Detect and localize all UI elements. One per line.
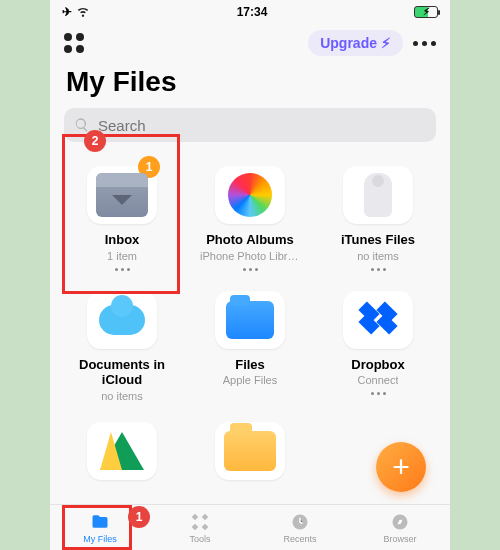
drive-icon — [100, 432, 144, 470]
topbar: Upgrade⚡︎ — [50, 24, 450, 62]
airplane-icon: ✈︎ — [62, 5, 72, 19]
tab-recents[interactable]: Recents — [250, 505, 350, 550]
wifi-icon — [76, 4, 90, 21]
folder-icon — [224, 431, 276, 471]
item-more-icon[interactable] — [371, 268, 386, 271]
apps-grid-icon[interactable] — [64, 33, 84, 53]
tab-browser[interactable]: Browser — [350, 505, 450, 550]
folder-grid: 1 Inbox 1 item Photo Albums iPhone Photo… — [50, 154, 450, 492]
item-more-icon[interactable] — [115, 268, 130, 271]
app-screen: ✈︎ 17:34 ⚡︎ Upgrade⚡︎ My Files 2 1 Inbox… — [50, 0, 450, 550]
folder-icloud[interactable]: Documents in iCloud no items — [60, 285, 184, 408]
upgrade-button[interactable]: Upgrade⚡︎ — [308, 30, 403, 56]
folder-icon — [90, 512, 110, 532]
item-more-icon[interactable] — [243, 268, 258, 271]
clock-icon — [290, 512, 310, 532]
inbox-icon — [96, 173, 148, 217]
cloud-icon — [99, 305, 145, 335]
tab-tools[interactable]: Tools — [150, 505, 250, 550]
itunes-icon — [364, 173, 392, 217]
compass-icon — [390, 512, 410, 532]
folder-inbox[interactable]: 1 Inbox 1 item — [60, 160, 184, 277]
folder-dropbox[interactable]: Dropbox Connect — [316, 285, 440, 408]
search-input[interactable] — [98, 117, 426, 134]
folder-icon — [226, 301, 274, 339]
folder-itunes[interactable]: iTunes Files no items — [316, 160, 440, 277]
more-icon[interactable] — [413, 41, 436, 46]
tabbar: My Files Tools Recents Browser — [50, 504, 450, 550]
page-title: My Files — [50, 62, 450, 108]
battery-icon: ⚡︎ — [414, 6, 438, 18]
plus-icon: + — [392, 450, 410, 484]
bolt-icon: ⚡︎ — [381, 35, 391, 51]
item-more-icon[interactable] — [371, 392, 386, 395]
search-icon — [74, 117, 90, 133]
folder-generic[interactable] — [188, 416, 312, 486]
folder-files[interactable]: Files Apple Files — [188, 285, 312, 408]
dropbox-icon — [358, 304, 398, 336]
photos-icon — [228, 173, 272, 217]
tools-icon — [190, 512, 210, 532]
folder-photo-albums[interactable]: Photo Albums iPhone Photo Libra... — [188, 160, 312, 277]
folder-drive[interactable] — [60, 416, 184, 486]
annotation-badge-tab: 1 — [128, 506, 150, 528]
statusbar: ✈︎ 17:34 ⚡︎ — [50, 0, 450, 24]
add-button[interactable]: + — [376, 442, 426, 492]
search-bar[interactable]: 2 — [64, 108, 436, 142]
status-time: 17:34 — [237, 5, 268, 19]
annotation-badge-2: 2 — [84, 130, 106, 152]
